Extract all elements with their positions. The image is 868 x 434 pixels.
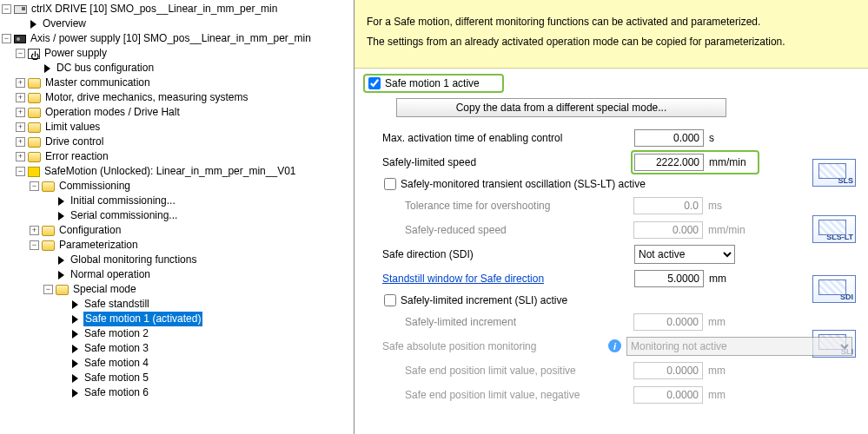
navigation-tree: − ctrlX DRIVE [10] SMO_pos__Linear_in_mm… bbox=[0, 0, 354, 434]
collapse-icon[interactable]: − bbox=[16, 167, 25, 176]
collapse-icon[interactable]: − bbox=[2, 4, 11, 14]
max-activation-row: Max. activation time of enabling control… bbox=[363, 126, 859, 150]
tree-label: Configuration bbox=[58, 223, 122, 238]
collapse-icon[interactable]: − bbox=[16, 49, 25, 58]
tree-label: Safe motion 3 bbox=[83, 341, 149, 356]
tree-item-configuration[interactable]: + Configuration bbox=[2, 223, 354, 238]
copy-special-mode-button[interactable]: Copy the data from a different special m… bbox=[396, 98, 726, 117]
field-label: Tolerance time for overshooting bbox=[405, 200, 633, 212]
standstill-link[interactable]: Standstill window for Safe direction bbox=[382, 273, 634, 285]
tree-label: Global monitoring functions bbox=[70, 253, 197, 267]
expand-icon[interactable]: + bbox=[16, 152, 25, 161]
folder-icon bbox=[56, 285, 69, 295]
tree-item-master-comm[interactable]: + Master communication bbox=[2, 76, 354, 90]
end-pos-positive-row: Safe end position limit value, positive … bbox=[363, 358, 859, 383]
tolerance-input bbox=[633, 197, 703, 214]
field-label: Safely-reduced speed bbox=[405, 224, 633, 236]
sdi-icon[interactable]: SDI bbox=[812, 275, 856, 303]
field-label: Safe end position limit value, positive bbox=[405, 365, 633, 377]
safely-reduced-speed-row: Safely-reduced speed mm/min bbox=[363, 218, 859, 242]
tree-item-overview[interactable]: Overview bbox=[2, 16, 354, 31]
tree-label: DC bus configuration bbox=[56, 61, 155, 76]
tree-item-safe-motion-5[interactable]: Safe motion 5 bbox=[2, 371, 354, 385]
collapse-icon[interactable]: − bbox=[43, 285, 53, 294]
sls-lt-checkbox[interactable] bbox=[384, 178, 396, 190]
expand-icon[interactable]: + bbox=[30, 226, 39, 235]
safe-motion-active-checkbox[interactable] bbox=[368, 77, 381, 89]
unit-label: mm/min bbox=[703, 224, 755, 236]
tree-item-global-monitoring[interactable]: Global monitoring functions bbox=[2, 253, 354, 267]
caret-icon bbox=[72, 315, 78, 324]
tree-item-safe-motion-4[interactable]: Safe motion 4 bbox=[2, 356, 354, 371]
expand-icon[interactable]: + bbox=[16, 137, 25, 147]
collapse-icon[interactable]: − bbox=[30, 240, 39, 250]
sls-icon[interactable]: SLS bbox=[812, 159, 856, 187]
tree-item-special-mode[interactable]: − Special mode bbox=[2, 282, 354, 297]
caret-icon bbox=[72, 345, 78, 353]
expand-icon[interactable]: + bbox=[16, 122, 25, 132]
collapse-icon[interactable]: − bbox=[2, 34, 11, 43]
tree-label: Limit values bbox=[44, 120, 101, 135]
tree-item-safemotion[interactable]: − SafeMotion (Unlocked): Linear_in_mm_pe… bbox=[2, 164, 354, 179]
collapse-icon[interactable]: − bbox=[30, 181, 39, 191]
tree-item-op-modes[interactable]: + Operation modes / Drive Halt bbox=[2, 105, 354, 120]
tree-item-axis[interactable]: − Axis / power supply [10] SMO_pos__Line… bbox=[2, 31, 354, 46]
field-label: Safe end position limit value, negative bbox=[405, 389, 633, 401]
info-icon[interactable]: i bbox=[608, 339, 621, 352]
tree-item-parameterization[interactable]: − Parameterization bbox=[2, 238, 354, 253]
tree-item-safe-motion-3[interactable]: Safe motion 3 bbox=[2, 341, 354, 356]
tree-label: Drive control bbox=[44, 135, 104, 149]
tree-label: Special mode bbox=[72, 282, 137, 297]
tree-label: Operation modes / Drive Halt bbox=[44, 105, 181, 120]
tree-item-safe-standstill[interactable]: Safe standstill bbox=[2, 297, 354, 312]
tree-item-limit-values[interactable]: + Limit values bbox=[2, 120, 354, 135]
tree-item-safe-motion-1[interactable]: Safe motion 1 (activated) bbox=[2, 312, 354, 326]
expand-icon[interactable]: + bbox=[16, 108, 25, 117]
sls-lt-icon[interactable]: SLS-LT bbox=[812, 215, 856, 243]
tree-label: Commissioning bbox=[58, 179, 131, 194]
tree-item-dc-bus[interactable]: DC bus configuration bbox=[2, 61, 354, 76]
standstill-input[interactable] bbox=[634, 270, 704, 287]
safe-abs-select: Monitoring not active bbox=[626, 337, 852, 356]
unit-label: mm/min bbox=[704, 156, 756, 168]
end-pos-negative-row: Safe end position limit value, negative … bbox=[363, 383, 859, 407]
sdi-select[interactable]: Not active bbox=[634, 245, 735, 264]
tree-item-serial-comm[interactable]: Serial commissioning... bbox=[2, 208, 354, 223]
tree-item-initial-comm[interactable]: Initial commissioning... bbox=[2, 194, 354, 208]
sls-row: Safely-limited speed mm/min bbox=[363, 150, 859, 174]
caret-icon bbox=[58, 271, 64, 279]
caret-icon bbox=[72, 330, 78, 339]
tree-item-safe-motion-2[interactable]: Safe motion 2 bbox=[2, 326, 354, 341]
sls-input[interactable] bbox=[634, 154, 704, 171]
unit-label: mm bbox=[703, 389, 755, 401]
end-pos-neg-input bbox=[633, 386, 703, 404]
expand-icon[interactable]: + bbox=[16, 93, 25, 102]
tree-label: ctrlX DRIVE [10] SMO_pos__Linear_in_mm_p… bbox=[30, 2, 278, 16]
unit-label: ms bbox=[703, 200, 755, 212]
tree-label: Safe motion 5 bbox=[83, 371, 149, 385]
tree-label: Safe motion 4 bbox=[83, 356, 149, 371]
tree-label: Safe motion 6 bbox=[83, 385, 149, 400]
tree-item-error-reaction[interactable]: + Error reaction bbox=[2, 149, 354, 164]
tree-root-drive[interactable]: − ctrlX DRIVE [10] SMO_pos__Linear_in_mm… bbox=[2, 2, 354, 16]
tree-item-motor[interactable]: + Motor, drive mechanics, measuring syst… bbox=[2, 90, 354, 105]
folder-icon bbox=[28, 93, 41, 103]
tolerance-row: Tolerance time for overshooting ms bbox=[363, 194, 859, 218]
sli-increment-input bbox=[633, 313, 703, 331]
sli-checkbox[interactable] bbox=[384, 294, 396, 306]
caret-icon bbox=[30, 20, 36, 29]
max-activation-input[interactable] bbox=[634, 129, 704, 147]
unit-label: mm bbox=[703, 365, 755, 377]
tree-item-normal-operation[interactable]: Normal operation bbox=[2, 267, 354, 282]
field-label: Safe absolute position monitoring bbox=[382, 340, 608, 352]
tree-label: Master communication bbox=[44, 76, 151, 90]
tree-item-power-supply[interactable]: − Power supply bbox=[2, 46, 354, 61]
field-label: Safely-limited increment bbox=[405, 316, 633, 328]
tree-label: Overview bbox=[42, 16, 87, 31]
tree-item-safe-motion-6[interactable]: Safe motion 6 bbox=[2, 385, 354, 400]
tree-item-commissioning[interactable]: − Commissioning bbox=[2, 179, 354, 194]
expand-icon[interactable]: + bbox=[16, 78, 25, 88]
folder-icon bbox=[42, 226, 55, 236]
caret-icon bbox=[44, 64, 50, 73]
tree-item-drive-control[interactable]: + Drive control bbox=[2, 135, 354, 149]
